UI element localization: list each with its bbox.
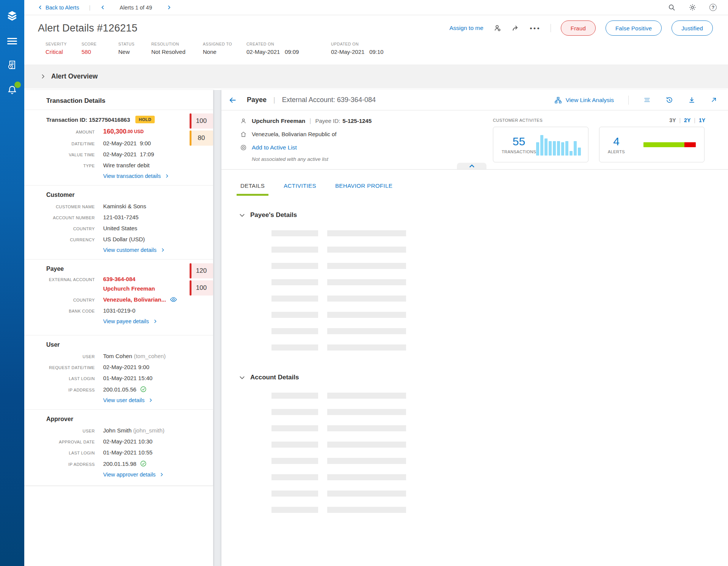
mini-bar xyxy=(553,141,556,156)
tab-details[interactable]: DETAILS xyxy=(239,182,266,190)
tab-behavior-profile[interactable]: BEHAVIOR PROFILE xyxy=(334,182,394,190)
justified-button[interactable]: Justified xyxy=(672,20,713,36)
range-1y[interactable]: 1Y xyxy=(699,117,705,123)
alert-overview-title: Alert Overview xyxy=(51,72,98,80)
view-payee-details-link[interactable]: View payee details xyxy=(103,318,157,324)
skeleton-row xyxy=(271,425,705,431)
field-label: DATE/TIME xyxy=(24,142,95,146)
hold-badge: HOLD xyxy=(135,116,155,123)
valuetime-value: 02-May-2021 17:09 xyxy=(95,151,154,157)
assigned-to-value: None xyxy=(203,49,246,55)
divider xyxy=(628,96,629,105)
chevron-left-icon xyxy=(38,5,43,10)
report-history-icon[interactable] xyxy=(6,59,18,71)
notifications-bell-icon[interactable] xyxy=(6,84,18,96)
view-user-details-link[interactable]: View user details xyxy=(103,397,153,403)
currency-value: US Dollar (USD) xyxy=(95,236,145,242)
add-to-active-list-link[interactable]: Add to Active List xyxy=(252,144,297,151)
fraud-button[interactable]: Fraud xyxy=(561,20,596,36)
skeleton-row xyxy=(271,442,705,448)
mini-bar xyxy=(557,141,560,156)
network-icon xyxy=(554,96,562,104)
download-icon[interactable] xyxy=(688,96,696,104)
verified-check-icon xyxy=(140,460,147,467)
payee-panel-subtitle: External Account: 639-364-084 xyxy=(282,96,376,104)
collapse-panel-tab[interactable] xyxy=(457,163,486,169)
score-chip: 100 xyxy=(190,280,213,296)
alert-overview-toggle[interactable]: Alert Overview xyxy=(24,64,728,88)
skeleton-row xyxy=(271,247,705,253)
updated-on-value: 02-May-2021 09:10 xyxy=(331,49,383,55)
field-label: USER xyxy=(24,429,95,433)
customer-activities-label: CUSTOMER ACTIVITES xyxy=(493,118,543,123)
alert-header: Alert Details #126215 Assign to me ●●● F… xyxy=(24,15,728,55)
transaction-panel-title: Transaction Details xyxy=(24,90,213,110)
prev-alert-icon[interactable] xyxy=(100,5,105,10)
chevron-right-icon xyxy=(160,248,165,252)
active-list-target-icon xyxy=(240,144,247,151)
more-actions-icon[interactable]: ●●● xyxy=(530,26,541,30)
view-customer-details-link[interactable]: View customer details xyxy=(103,247,165,253)
back-to-alerts-link[interactable]: Back to Alerts xyxy=(38,5,79,11)
view-approver-details-link[interactable]: View approver details xyxy=(103,472,164,478)
payee-tabs: DETAILS ACTIVITIES BEHAVIOR PROFILE xyxy=(239,182,394,190)
chevron-down-icon xyxy=(239,374,245,381)
history-icon[interactable] xyxy=(665,96,673,104)
mini-bar xyxy=(544,138,548,156)
skeleton-row xyxy=(271,279,705,285)
divider: | xyxy=(273,96,275,104)
view-transaction-details-link[interactable]: View transaction details xyxy=(103,173,169,179)
view-link-analysis-link[interactable]: View Link Analysis xyxy=(554,96,614,104)
mini-bar xyxy=(570,151,573,156)
next-alert-icon[interactable] xyxy=(166,5,171,10)
mini-bar xyxy=(549,141,552,156)
field-label: AMOUNT xyxy=(24,130,95,134)
search-icon[interactable] xyxy=(668,4,676,11)
menu-icon[interactable] xyxy=(7,36,17,46)
user-section: User USER Tom Cohen (tom_cohen) REQUEST … xyxy=(24,335,213,410)
forward-share-icon[interactable] xyxy=(511,24,520,32)
payees-details-skeleton xyxy=(271,230,705,351)
payee-country-value: Venezuela, Bolivarian... xyxy=(103,296,166,303)
stack-segment xyxy=(684,142,696,147)
account-details-toggle[interactable]: Account Details xyxy=(239,374,705,381)
field-label: IP ADDRESS xyxy=(24,388,95,392)
range-3y[interactable]: 3Y xyxy=(669,117,676,123)
approver-ip-value: 200.01.15.98 xyxy=(95,460,147,467)
skeleton-row xyxy=(271,230,705,236)
tab-activities[interactable]: ACTIVITIES xyxy=(282,182,318,190)
open-diagonal-arrow-icon[interactable] xyxy=(710,96,717,104)
chevron-down-icon xyxy=(239,212,245,219)
notes-lines-icon[interactable] xyxy=(643,96,651,104)
skeleton-row xyxy=(271,458,705,464)
transactions-mini-chart xyxy=(536,134,581,156)
external-name-value: Upchurch Freeman xyxy=(95,285,155,292)
false-positive-button[interactable]: False Positive xyxy=(606,20,662,36)
customer-name-value: Kaminski & Sons xyxy=(95,203,146,209)
request-datetime-value: 02-May-2021 9:00 xyxy=(95,364,149,370)
brand-logo[interactable] xyxy=(5,10,19,24)
divider: | xyxy=(89,4,91,11)
assign-to-me-link[interactable]: Assign to me xyxy=(449,25,483,31)
eye-icon[interactable] xyxy=(170,297,177,302)
back-arrow-icon[interactable] xyxy=(229,96,237,104)
payee-heading: Payee xyxy=(46,266,213,272)
payees-details-toggle[interactable]: Payee's Details xyxy=(239,211,705,219)
assign-user-icon[interactable] xyxy=(493,24,502,32)
skeleton-row xyxy=(271,474,705,480)
skeleton-row xyxy=(271,296,705,302)
verified-check-icon xyxy=(140,386,147,393)
field-label: CURRENCY xyxy=(24,237,95,242)
user-heading: User xyxy=(46,341,213,348)
meta-label: STATUS xyxy=(118,42,151,46)
field-label: IP ADDRESS xyxy=(24,462,95,467)
settings-gear-icon[interactable] xyxy=(689,3,697,11)
customer-activities: CUSTOMER ACTIVITES 3Y | 2Y | 1Y 55 xyxy=(493,117,705,162)
last-login-value: 01-May-2021 15:40 xyxy=(95,375,152,381)
field-label: EXTERNAL ACCOUNT xyxy=(24,277,95,282)
help-icon[interactable]: ? xyxy=(709,4,717,11)
range-2y[interactable]: 2Y xyxy=(684,117,690,123)
approval-date-value: 02-May-2021 10:30 xyxy=(95,438,152,445)
brand-logo-icon xyxy=(5,10,19,24)
field-label: VALUE TIME xyxy=(24,153,95,157)
